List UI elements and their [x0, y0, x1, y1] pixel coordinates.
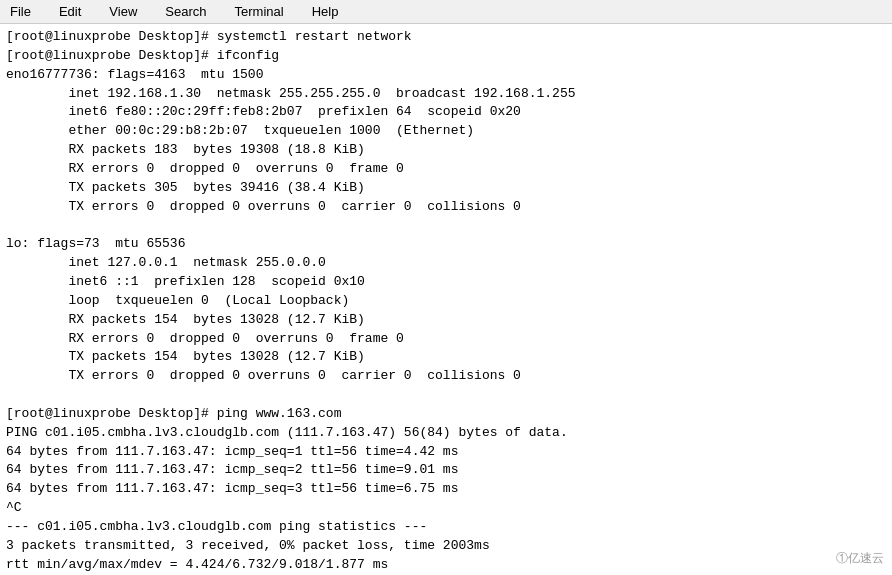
menu-file[interactable]: File: [4, 2, 37, 21]
menu-view[interactable]: View: [103, 2, 143, 21]
terminal-body[interactable]: [root@linuxprobe Desktop]# systemctl res…: [0, 24, 892, 575]
menu-search[interactable]: Search: [159, 2, 212, 21]
menu-bar: File Edit View Search Terminal Help: [0, 0, 892, 24]
watermark-text: ①亿速云: [836, 550, 884, 567]
watermark: ①亿速云: [836, 550, 884, 567]
terminal-content: [root@linuxprobe Desktop]# systemctl res…: [6, 28, 886, 575]
menu-edit[interactable]: Edit: [53, 2, 87, 21]
menu-terminal[interactable]: Terminal: [229, 2, 290, 21]
menu-help[interactable]: Help: [306, 2, 345, 21]
terminal-window: File Edit View Search Terminal Help [roo…: [0, 0, 892, 575]
